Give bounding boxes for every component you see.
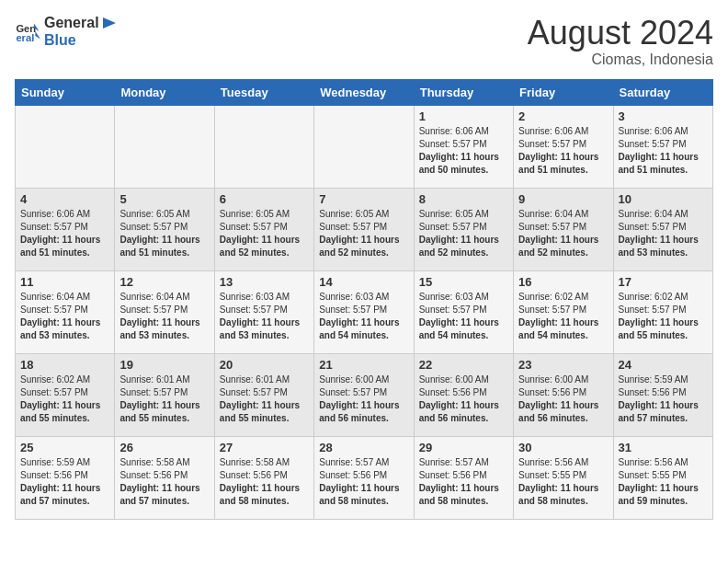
- day-number: 27: [220, 441, 309, 454]
- day-info: Sunrise: 5:59 AMSunset: 5:56 PMDaylight:…: [619, 373, 708, 425]
- calendar-cell: 2Sunrise: 6:06 AMSunset: 5:57 PMDaylight…: [514, 105, 613, 188]
- month-year-title: August 2024: [528, 15, 713, 52]
- calendar-cell: 27Sunrise: 5:58 AMSunset: 5:56 PMDayligh…: [214, 436, 313, 519]
- day-number: 3: [619, 109, 708, 123]
- calendar-cell: 1Sunrise: 6:06 AMSunset: 5:57 PMDaylight…: [414, 105, 513, 188]
- logo-flag-icon: [101, 16, 118, 32]
- day-info: Sunrise: 6:04 AMSunset: 5:57 PMDaylight:…: [619, 208, 708, 259]
- calendar-cell: 9Sunrise: 6:04 AMSunset: 5:57 PMDaylight…: [514, 188, 613, 270]
- day-number: 8: [419, 192, 508, 206]
- calendar-cell: 5Sunrise: 6:05 AMSunset: 5:57 PMDaylight…: [115, 188, 214, 270]
- day-number: 10: [619, 192, 708, 206]
- day-info: Sunrise: 6:04 AMSunset: 5:57 PMDaylight:…: [20, 291, 109, 342]
- day-info: Sunrise: 6:02 AMSunset: 5:57 PMDaylight:…: [619, 291, 708, 342]
- day-number: 15: [419, 275, 508, 289]
- day-number: 20: [220, 358, 309, 372]
- day-info: Sunrise: 6:05 AMSunset: 5:57 PMDaylight:…: [319, 208, 408, 259]
- calendar-cell: 18Sunrise: 6:02 AMSunset: 5:57 PMDayligh…: [16, 353, 115, 436]
- day-info: Sunrise: 6:00 AMSunset: 5:57 PMDaylight:…: [319, 373, 408, 425]
- day-info: Sunrise: 6:02 AMSunset: 5:57 PMDaylight:…: [20, 373, 109, 425]
- weekday-header-thursday: Thursday: [414, 79, 513, 105]
- calendar-cell: 26Sunrise: 5:58 AMSunset: 5:56 PMDayligh…: [115, 436, 214, 519]
- day-number: 9: [518, 192, 608, 206]
- day-number: 21: [319, 358, 408, 372]
- svg-marker-4: [103, 17, 116, 29]
- day-number: 26: [119, 441, 209, 454]
- day-info: Sunrise: 6:01 AMSunset: 5:57 PMDaylight:…: [220, 373, 309, 425]
- calendar-cell: 14Sunrise: 6:03 AMSunset: 5:57 PMDayligh…: [314, 270, 414, 353]
- weekday-header-wednesday: Wednesday: [314, 79, 414, 105]
- day-info: Sunrise: 5:56 AMSunset: 5:55 PMDaylight:…: [518, 456, 608, 508]
- day-number: 23: [518, 358, 608, 372]
- day-info: Sunrise: 5:56 AMSunset: 5:55 PMDaylight:…: [619, 456, 708, 508]
- day-info: Sunrise: 5:58 AMSunset: 5:56 PMDaylight:…: [220, 456, 309, 508]
- weekday-header-sunday: Sunday: [16, 79, 115, 105]
- calendar-cell: [115, 105, 214, 188]
- week-row-4: 18Sunrise: 6:02 AMSunset: 5:57 PMDayligh…: [16, 353, 713, 436]
- weekday-header-friday: Friday: [514, 79, 613, 105]
- day-info: Sunrise: 6:06 AMSunset: 5:57 PMDaylight:…: [619, 125, 708, 177]
- day-number: 5: [119, 192, 209, 206]
- week-row-3: 11Sunrise: 6:04 AMSunset: 5:57 PMDayligh…: [16, 270, 713, 353]
- page-header: Gen eral General Blue August 2024 Ciomas…: [15, 15, 713, 68]
- week-row-2: 4Sunrise: 6:06 AMSunset: 5:57 PMDaylight…: [16, 188, 713, 270]
- calendar-cell: 16Sunrise: 6:02 AMSunset: 5:57 PMDayligh…: [514, 270, 613, 353]
- day-info: Sunrise: 5:58 AMSunset: 5:56 PMDaylight:…: [119, 456, 209, 508]
- title-block: August 2024 Ciomas, Indonesia: [528, 15, 713, 68]
- logo-text-line2: Blue: [44, 32, 118, 49]
- day-info: Sunrise: 6:03 AMSunset: 5:57 PMDaylight:…: [419, 291, 508, 342]
- day-number: 6: [220, 192, 309, 206]
- calendar-table: SundayMondayTuesdayWednesdayThursdayFrid…: [15, 79, 713, 520]
- day-number: 17: [619, 275, 708, 289]
- calendar-cell: 31Sunrise: 5:56 AMSunset: 5:55 PMDayligh…: [613, 436, 712, 519]
- calendar-cell: 6Sunrise: 6:05 AMSunset: 5:57 PMDaylight…: [214, 188, 313, 270]
- logo: Gen eral General Blue: [15, 15, 118, 48]
- svg-text:eral: eral: [16, 32, 34, 43]
- day-info: Sunrise: 6:04 AMSunset: 5:57 PMDaylight:…: [518, 208, 608, 259]
- day-info: Sunrise: 5:57 AMSunset: 5:56 PMDaylight:…: [319, 456, 408, 508]
- calendar-cell: 30Sunrise: 5:56 AMSunset: 5:55 PMDayligh…: [514, 436, 613, 519]
- calendar-cell: [214, 105, 313, 188]
- calendar-cell: 13Sunrise: 6:03 AMSunset: 5:57 PMDayligh…: [214, 270, 313, 353]
- day-number: 2: [518, 109, 608, 123]
- weekday-header-tuesday: Tuesday: [214, 79, 313, 105]
- day-number: 22: [419, 358, 508, 372]
- location-subtitle: Ciomas, Indonesia: [528, 52, 713, 68]
- calendar-cell: [16, 105, 115, 188]
- day-number: 14: [319, 275, 408, 289]
- weekday-header-monday: Monday: [115, 79, 214, 105]
- calendar-cell: [314, 105, 414, 188]
- calendar-cell: 17Sunrise: 6:02 AMSunset: 5:57 PMDayligh…: [613, 270, 712, 353]
- calendar-cell: 29Sunrise: 5:57 AMSunset: 5:56 PMDayligh…: [414, 436, 513, 519]
- calendar-cell: 24Sunrise: 5:59 AMSunset: 5:56 PMDayligh…: [613, 353, 712, 436]
- day-number: 31: [619, 441, 708, 454]
- svg-marker-3: [35, 31, 40, 39]
- day-number: 25: [20, 441, 109, 454]
- day-number: 7: [319, 192, 408, 206]
- day-number: 1: [419, 109, 508, 123]
- calendar-cell: 22Sunrise: 6:00 AMSunset: 5:56 PMDayligh…: [414, 353, 513, 436]
- weekday-header-row: SundayMondayTuesdayWednesdayThursdayFrid…: [16, 79, 713, 105]
- calendar-cell: 10Sunrise: 6:04 AMSunset: 5:57 PMDayligh…: [613, 188, 712, 270]
- day-info: Sunrise: 6:05 AMSunset: 5:57 PMDaylight:…: [119, 208, 209, 259]
- day-info: Sunrise: 6:05 AMSunset: 5:57 PMDaylight:…: [419, 208, 508, 259]
- day-info: Sunrise: 6:03 AMSunset: 5:57 PMDaylight:…: [220, 291, 309, 342]
- day-number: 16: [518, 275, 608, 289]
- day-number: 13: [220, 275, 309, 289]
- calendar-cell: 25Sunrise: 5:59 AMSunset: 5:56 PMDayligh…: [16, 436, 115, 519]
- week-row-5: 25Sunrise: 5:59 AMSunset: 5:56 PMDayligh…: [16, 436, 713, 519]
- day-info: Sunrise: 6:06 AMSunset: 5:57 PMDaylight:…: [518, 125, 608, 177]
- calendar-cell: 19Sunrise: 6:01 AMSunset: 5:57 PMDayligh…: [115, 353, 214, 436]
- calendar-cell: 8Sunrise: 6:05 AMSunset: 5:57 PMDaylight…: [414, 188, 513, 270]
- day-number: 28: [319, 441, 408, 454]
- calendar-cell: 12Sunrise: 6:04 AMSunset: 5:57 PMDayligh…: [115, 270, 214, 353]
- calendar-cell: 3Sunrise: 6:06 AMSunset: 5:57 PMDaylight…: [613, 105, 712, 188]
- calendar-cell: 21Sunrise: 6:00 AMSunset: 5:57 PMDayligh…: [314, 353, 414, 436]
- day-info: Sunrise: 6:03 AMSunset: 5:57 PMDaylight:…: [319, 291, 408, 342]
- day-info: Sunrise: 6:05 AMSunset: 5:57 PMDaylight:…: [220, 208, 309, 259]
- calendar-cell: 23Sunrise: 6:00 AMSunset: 5:56 PMDayligh…: [514, 353, 613, 436]
- weekday-header-saturday: Saturday: [613, 79, 712, 105]
- day-number: 29: [419, 441, 508, 454]
- day-info: Sunrise: 6:02 AMSunset: 5:57 PMDaylight:…: [518, 291, 608, 342]
- calendar-cell: 20Sunrise: 6:01 AMSunset: 5:57 PMDayligh…: [214, 353, 313, 436]
